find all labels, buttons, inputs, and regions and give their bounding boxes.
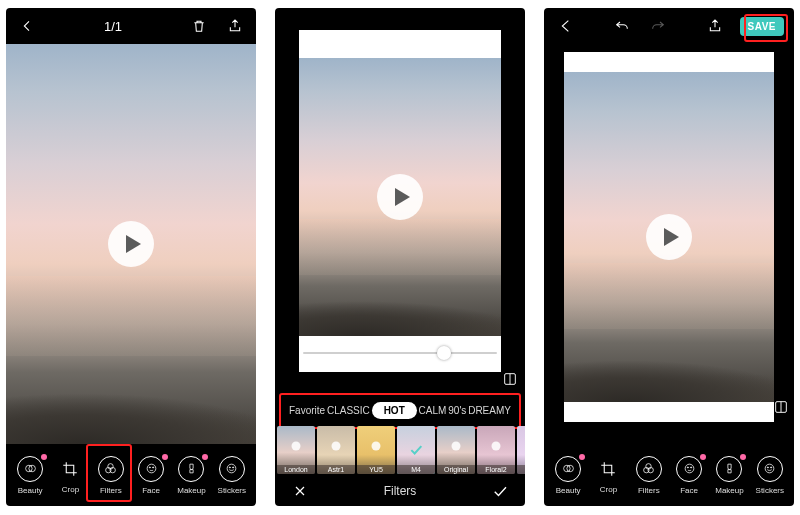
category-classic[interactable]: CLASSIC bbox=[327, 405, 370, 416]
filter-thumb-london[interactable]: London bbox=[277, 426, 315, 474]
new-dot-icon bbox=[202, 454, 208, 460]
category-calm[interactable]: CALM bbox=[419, 405, 447, 416]
beauty-icon bbox=[555, 456, 581, 482]
dot-icon bbox=[452, 442, 461, 451]
back-icon[interactable] bbox=[554, 15, 576, 37]
tool-beauty[interactable]: Beauty bbox=[549, 456, 587, 495]
filter-intensity-slider[interactable] bbox=[299, 344, 501, 362]
tool-label: Makeup bbox=[715, 486, 743, 495]
svg-point-10 bbox=[233, 467, 234, 468]
filter-thumb-m4[interactable]: M4 bbox=[397, 426, 435, 474]
export-icon[interactable] bbox=[224, 15, 246, 37]
video-preview[interactable] bbox=[299, 30, 501, 372]
svg-point-19 bbox=[687, 467, 688, 468]
tool-label: Beauty bbox=[556, 486, 581, 495]
tool-makeup[interactable]: Makeup bbox=[172, 456, 210, 495]
panel-bar: Filters bbox=[275, 476, 525, 506]
tutorial-three-screens: 1/1 BeautyCropFiltersFaceMakeupStickers bbox=[0, 0, 800, 515]
tool-crop[interactable]: Crop bbox=[589, 457, 627, 494]
undo-icon[interactable] bbox=[611, 15, 633, 37]
filter-thumbnails: LondonAstr1YU5M4OriginalFloral2Milky w bbox=[275, 426, 525, 474]
bottom-toolbar: BeautyCropFiltersFaceMakeupStickers bbox=[544, 444, 794, 506]
slider-knob[interactable] bbox=[437, 346, 451, 360]
tool-label: Stickers bbox=[218, 486, 246, 495]
tool-label: Face bbox=[142, 486, 160, 495]
thumb-label: Floral2 bbox=[477, 465, 515, 474]
filters-icon bbox=[636, 456, 662, 482]
trash-icon[interactable] bbox=[188, 15, 210, 37]
dot-icon bbox=[372, 442, 381, 451]
screen-1: 1/1 BeautyCropFiltersFaceMakeupStickers bbox=[6, 8, 256, 506]
filter-thumb-astr1[interactable]: Astr1 bbox=[317, 426, 355, 474]
face-icon bbox=[676, 456, 702, 482]
filters-icon bbox=[98, 456, 124, 482]
tool-label: Stickers bbox=[756, 486, 784, 495]
filter-thumb-yu5[interactable]: YU5 bbox=[357, 426, 395, 474]
new-dot-icon bbox=[41, 454, 47, 460]
category-hot[interactable]: HOT bbox=[372, 402, 417, 419]
export-icon[interactable] bbox=[704, 15, 726, 37]
thumb-label: Milky w bbox=[517, 465, 525, 474]
redo-icon[interactable] bbox=[647, 15, 669, 37]
tool-crop[interactable]: Crop bbox=[51, 457, 89, 494]
thumb-label: YU5 bbox=[357, 465, 395, 474]
crop-icon bbox=[596, 457, 620, 481]
tool-filters[interactable]: Filters bbox=[630, 456, 668, 495]
tool-label: Crop bbox=[62, 485, 79, 494]
stickers-icon bbox=[757, 456, 783, 482]
play-icon[interactable] bbox=[108, 221, 154, 267]
svg-point-20 bbox=[690, 467, 691, 468]
video-preview[interactable] bbox=[6, 44, 256, 444]
tool-stickers[interactable]: Stickers bbox=[213, 456, 251, 495]
svg-point-21 bbox=[765, 464, 774, 473]
tool-label: Filters bbox=[100, 486, 122, 495]
svg-point-5 bbox=[147, 464, 156, 473]
beauty-icon bbox=[17, 456, 43, 482]
compare-icon[interactable] bbox=[499, 368, 521, 390]
filter-thumb-milky w[interactable]: Milky w bbox=[517, 426, 525, 474]
filter-category-tabs: FavoriteCLASSICHOTCALM90'sDREAMY bbox=[281, 396, 519, 424]
filter-thumb-floral2[interactable]: Floral2 bbox=[477, 426, 515, 474]
play-icon[interactable] bbox=[646, 214, 692, 260]
thumb-label: M4 bbox=[397, 465, 435, 474]
play-icon[interactable] bbox=[377, 174, 423, 220]
confirm-icon[interactable] bbox=[489, 480, 511, 502]
face-icon bbox=[138, 456, 164, 482]
tool-face[interactable]: Face bbox=[670, 456, 708, 495]
stickers-icon bbox=[219, 456, 245, 482]
close-icon[interactable] bbox=[289, 480, 311, 502]
filter-thumb-original[interactable]: Original bbox=[437, 426, 475, 474]
tool-label: Face bbox=[680, 486, 698, 495]
new-dot-icon bbox=[740, 454, 746, 460]
category-90's[interactable]: 90's bbox=[448, 405, 466, 416]
screen-2: FavoriteCLASSICHOTCALM90'sDREAMY LondonA… bbox=[275, 8, 525, 506]
crop-icon bbox=[58, 457, 82, 481]
dot-icon bbox=[292, 442, 301, 451]
page-counter: 1/1 bbox=[104, 19, 122, 34]
tool-label: Beauty bbox=[18, 486, 43, 495]
screen-3: SAVE BeautyCropFiltersFaceMakeupStickers bbox=[544, 8, 794, 506]
tool-filters[interactable]: Filters bbox=[92, 456, 130, 495]
makeup-icon bbox=[716, 456, 742, 482]
compare-icon[interactable] bbox=[770, 396, 792, 418]
tool-beauty[interactable]: Beauty bbox=[11, 456, 49, 495]
tool-makeup[interactable]: Makeup bbox=[710, 456, 748, 495]
svg-point-9 bbox=[230, 467, 231, 468]
svg-point-22 bbox=[768, 467, 769, 468]
tool-label: Crop bbox=[600, 485, 617, 494]
category-dreamy[interactable]: DREAMY bbox=[468, 405, 511, 416]
dot-icon bbox=[492, 442, 501, 451]
tool-face[interactable]: Face bbox=[132, 456, 170, 495]
back-icon[interactable] bbox=[16, 15, 38, 37]
tool-label: Makeup bbox=[177, 486, 205, 495]
svg-point-8 bbox=[227, 464, 236, 473]
thumb-label: Astr1 bbox=[317, 465, 355, 474]
svg-point-23 bbox=[771, 467, 772, 468]
check-icon bbox=[408, 442, 424, 459]
tool-label: Filters bbox=[638, 486, 660, 495]
save-button[interactable]: SAVE bbox=[740, 17, 785, 36]
panel-title: Filters bbox=[384, 484, 417, 498]
tool-stickers[interactable]: Stickers bbox=[751, 456, 789, 495]
category-favorite[interactable]: Favorite bbox=[289, 405, 325, 416]
video-preview[interactable] bbox=[564, 52, 774, 422]
